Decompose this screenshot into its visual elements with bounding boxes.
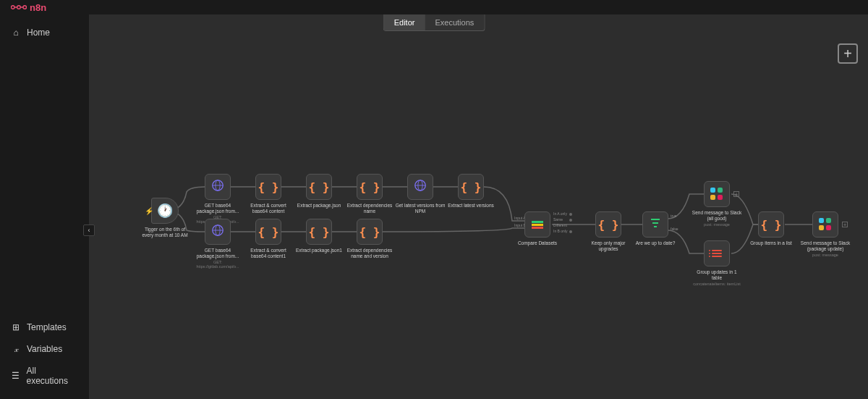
node-label: Get latest versions from NPM <box>395 203 446 214</box>
node-label: Extract & convert base64 content1 <box>243 248 294 259</box>
node-sublabel: post: message <box>704 222 730 227</box>
code-icon: { } <box>461 180 482 194</box>
node-label: GET base64 package.json from... <box>192 248 243 259</box>
node-extract-convert-2[interactable]: { } <box>255 219 281 245</box>
sidebar-label: Templates <box>27 322 67 332</box>
node-label: GET base64 package.json from... <box>192 203 243 214</box>
svg-point-1 <box>17 6 21 9</box>
svg-rect-13 <box>652 222 658 224</box>
plus-icon[interactable]: + <box>842 222 848 227</box>
node-extract-deps[interactable]: { } <box>357 174 383 200</box>
node-http-get-1[interactable] <box>205 174 231 200</box>
node-http-get-2[interactable] <box>205 219 231 245</box>
code-icon: { } <box>309 180 330 194</box>
svg-rect-14 <box>654 226 657 227</box>
node-label: Are we up to date? <box>636 240 676 246</box>
node-extract-package[interactable]: { } <box>306 174 332 200</box>
code-icon: { } <box>761 218 782 232</box>
node-label: Send message to Slack (all good) <box>692 210 742 222</box>
node-extract-deps-version[interactable]: { } <box>357 219 383 245</box>
globe-icon <box>211 179 224 195</box>
filter-icon <box>650 217 661 232</box>
workflow-canvas[interactable]: + Input A Input B In A only Same Differe… <box>89 22 868 399</box>
node-sublabel: concatenateItems: itemList <box>693 282 740 286</box>
code-icon: { } <box>258 225 279 239</box>
variables-icon: 𝓍 <box>11 344 21 354</box>
code-icon: { } <box>258 180 279 194</box>
node-label: Compare Datasets <box>518 240 557 246</box>
executions-icon: ☰ <box>11 371 21 381</box>
sidebar-item-variables[interactable]: 𝓍 Variables <box>0 338 89 360</box>
node-extract-package-1[interactable]: { } <box>306 219 332 245</box>
slack-icon <box>819 218 832 231</box>
tab-executions[interactable]: Executions <box>425 14 484 30</box>
node-label: Extract latest versions <box>448 203 494 209</box>
code-icon: { } <box>598 218 619 232</box>
code-icon: { } <box>359 180 380 194</box>
sidebar-collapse-button[interactable]: ‹ <box>83 224 95 236</box>
sidebar-item-executions[interactable]: ☰ All executions <box>0 360 89 392</box>
sidebar: ⌂ Home ⊞ Templates 𝓍 Variables ☰ All exe… <box>0 14 89 399</box>
sidebar-item-templates[interactable]: ⊞ Templates <box>0 316 89 338</box>
node-slack-update[interactable]: + <box>812 211 838 238</box>
plus-icon[interactable]: + <box>733 191 739 197</box>
globe-icon <box>211 224 224 240</box>
node-label: Extract & convert base64 content <box>243 203 294 214</box>
svg-point-0 <box>11 6 14 9</box>
node-label: Extract dependencies name and version <box>344 248 395 259</box>
node-label: Tigger on the 6th of every month at 10 A… <box>140 227 190 238</box>
node-group-table[interactable] <box>704 240 730 266</box>
node-keep-major[interactable]: { } <box>595 211 621 238</box>
node-compare-datasets[interactable] <box>524 211 550 238</box>
sidebar-label: Home <box>27 28 50 38</box>
list-icon <box>712 250 722 257</box>
node-npm-latest[interactable] <box>407 174 433 200</box>
lightning-icon: ⚡ <box>145 207 153 215</box>
node-up-to-date[interactable] <box>642 211 668 238</box>
globe-icon <box>414 179 427 195</box>
node-sublabel: post: message <box>812 253 838 257</box>
templates-icon: ⊞ <box>11 322 21 332</box>
view-tabs: Editor Executions <box>383 14 485 31</box>
compare-icon <box>532 221 543 229</box>
sidebar-label: All executions <box>27 366 78 386</box>
code-icon: { } <box>309 225 330 239</box>
node-label: Send message to Slack (package update) <box>800 240 851 252</box>
node-label: Extract package.json <box>297 203 341 209</box>
tab-editor[interactable]: Editor <box>384 14 425 30</box>
code-icon: { } <box>359 225 380 239</box>
node-extract-convert-1[interactable]: { } <box>255 174 281 200</box>
clock-icon: 🕐 <box>157 203 173 219</box>
node-sublabel: GET: https://gitlab.com/api/v... <box>192 260 243 269</box>
node-label: Group updates in 1 table <box>692 269 742 281</box>
node-group-list[interactable]: { } <box>758 211 784 238</box>
node-label: Extract package.json1 <box>296 248 342 253</box>
svg-rect-12 <box>651 219 660 220</box>
node-label: Group items in a list <box>750 240 791 246</box>
node-label: Extract dependencies name <box>344 203 395 214</box>
node-slack-allgood[interactable]: + <box>704 181 730 207</box>
svg-point-2 <box>23 6 27 9</box>
node-label: Keep only major upgrades <box>583 240 634 252</box>
node-extract-latest[interactable]: { } <box>458 174 484 200</box>
node-trigger[interactable]: ⚡ 🕐 <box>151 198 179 224</box>
brand-text: n8n <box>30 2 46 13</box>
brand-logo[interactable]: n8n <box>11 2 46 13</box>
sidebar-item-home[interactable]: ⌂ Home <box>0 22 89 43</box>
home-icon: ⌂ <box>11 28 21 38</box>
sidebar-label: Variables <box>27 344 62 354</box>
slack-icon <box>710 188 723 201</box>
